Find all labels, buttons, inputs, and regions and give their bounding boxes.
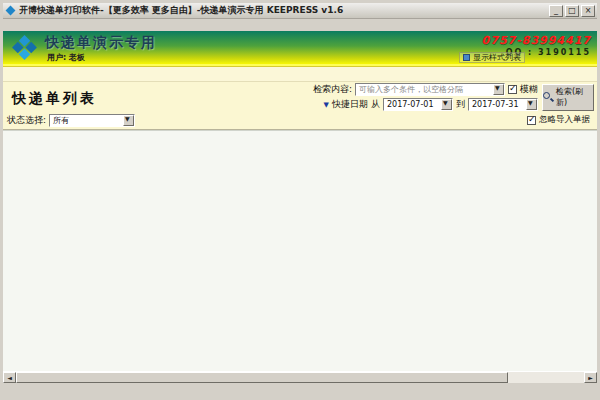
fuzzy-label: 模糊: [520, 83, 538, 96]
scrollbar-track[interactable]: [508, 372, 584, 383]
app-icon: [6, 6, 16, 16]
waybill-table-area: [3, 130, 597, 371]
date-to-dropdown-icon[interactable]: [526, 99, 537, 110]
window-title: 开博快递单打印软件-【更多效率 更多自由】-快递单演示专用 KEEPRESS v…: [19, 4, 547, 17]
page-header: 快递单列表 检索内容: 可输入多个条件，以空格分隔 模糊 ▼ 快捷日期 从: [3, 82, 597, 130]
current-user: 用户: 老板: [47, 52, 85, 63]
search-input[interactable]: 可输入多个条件，以空格分隔: [355, 83, 505, 96]
date-to-input[interactable]: 2017-07-31: [468, 98, 538, 111]
quick-date-chevron-icon[interactable]: ▼: [324, 101, 329, 109]
quick-date-label: 快捷日期: [332, 98, 368, 111]
search-dropdown-arrow-icon[interactable]: [493, 84, 504, 95]
service-phone: 0757-83994417: [482, 34, 591, 47]
show-style-list-button[interactable]: 显示样式列表: [459, 52, 525, 63]
header-banner: 快递单演示专用 用户: 老板 0757-83994417 QQ : 319011…: [3, 31, 597, 64]
app-window: 开博快递单打印软件-【更多效率 更多自由】-快递单演示专用 KEEPRESS v…: [0, 0, 600, 400]
page-title: 快递单列表: [12, 90, 97, 108]
status-filter-dropdown-icon[interactable]: [123, 115, 134, 126]
tab-bar: [3, 67, 597, 82]
style-list-icon: [463, 54, 470, 61]
fuzzy-checkbox[interactable]: [508, 85, 517, 94]
search-area: 检索内容: 可输入多个条件，以空格分隔 模糊 ▼ 快捷日期 从 2017-07-…: [313, 83, 594, 111]
close-button[interactable]: ×: [581, 5, 595, 17]
search-refresh-button[interactable]: 检索(刷新): [542, 84, 594, 111]
magnifier-icon: [543, 92, 554, 103]
scroll-left-arrow-icon[interactable]: ◄: [3, 372, 16, 383]
ignore-import-label: 忽略导入单据: [539, 114, 590, 126]
maximize-button[interactable]: □: [565, 5, 579, 17]
date-from-dropdown-icon[interactable]: [441, 99, 452, 110]
scrollbar-thumb[interactable]: [16, 372, 508, 383]
app-logo-icon: [11, 34, 38, 61]
horizontal-scrollbar[interactable]: ◄ ►: [3, 371, 597, 383]
status-bar: [3, 383, 597, 397]
date-from-label: 从: [371, 98, 380, 111]
date-from-input[interactable]: 2017-07-01: [383, 98, 453, 111]
minimize-button[interactable]: _: [549, 5, 563, 17]
title-bar: 开博快递单打印软件-【更多效率 更多自由】-快递单演示专用 KEEPRESS v…: [3, 3, 597, 19]
status-filter-select[interactable]: 所有: [49, 114, 135, 127]
status-filter-label: 状态选择:: [7, 114, 46, 127]
search-label: 检索内容:: [313, 83, 352, 96]
scroll-right-arrow-icon[interactable]: ►: [584, 372, 597, 383]
table-empty-space: [3, 130, 597, 371]
ignore-import-checkbox[interactable]: [527, 116, 536, 125]
menu-bar: [3, 19, 597, 31]
filter-toolbar: 状态选择: 所有 忽略导入单据: [7, 112, 595, 128]
date-to-label: 到: [456, 98, 465, 111]
app-title: 快递单演示专用: [45, 34, 157, 52]
